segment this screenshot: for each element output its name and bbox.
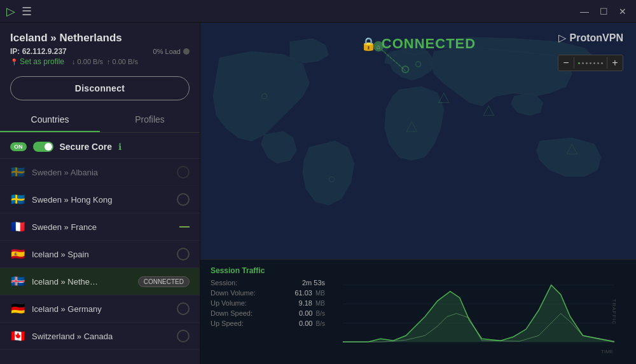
sidebar-tabs: Countries Profiles xyxy=(0,108,200,133)
load-bar xyxy=(177,330,190,342)
window-controls: — ☐ ✕ xyxy=(577,4,630,18)
main-layout: Iceland » Netherlands IP: 62.112.9.237 0… xyxy=(0,23,636,364)
list-item[interactable]: 🇸🇪 Sweden » Hong Kong xyxy=(0,186,200,213)
down-speed-label: Down Speed: xyxy=(211,309,252,317)
set-as-profile-link[interactable]: Set as profile xyxy=(10,57,64,66)
menu-icon[interactable]: ☰ xyxy=(22,4,32,18)
ip-address: 62.112.9.237 xyxy=(22,47,67,56)
proton-text: ProtonVPN xyxy=(570,32,623,44)
up-volume-label: Up Volume: xyxy=(211,299,247,307)
secure-core-toggle[interactable] xyxy=(33,142,53,152)
maximize-button[interactable]: ☐ xyxy=(597,4,611,18)
zoom-dot xyxy=(590,62,591,64)
chart-svg: TIME xyxy=(338,266,626,358)
list-item[interactable]: 🇪🇸 Iceland » Spain xyxy=(0,241,200,268)
server-name: Iceland » Spain xyxy=(32,250,170,259)
traffic-panel: Session Traffic Session: 2m 53s Down Vol… xyxy=(200,259,636,364)
stat-up-speed: Up Speed: 0.00 B/s xyxy=(211,320,325,327)
load-bar xyxy=(177,166,190,179)
zoom-minus-button[interactable]: − xyxy=(558,55,574,71)
list-item[interactable]: 🇸🇪 Sweden » Albania xyxy=(0,159,200,186)
load-bar xyxy=(177,193,190,206)
ip-row: IP: 62.112.9.237 0% Load xyxy=(10,47,190,56)
flag-icon: 🇪🇸 xyxy=(10,247,25,261)
disconnect-button[interactable]: Disconnect xyxy=(10,76,190,100)
stat-session: Session: 2m 53s xyxy=(211,279,325,286)
zoom-dot xyxy=(578,62,580,64)
server-name: Iceland » Nethe… xyxy=(32,277,132,286)
traffic-title: Session Traffic xyxy=(211,266,325,275)
stat-down-volume: Down Volume: 61.03 MB xyxy=(211,289,325,297)
load-indicator: 0% Load xyxy=(153,48,190,55)
list-item[interactable]: 🇨🇦 Switzerland » Canada xyxy=(0,323,200,350)
flag-icon: 🇨🇦 xyxy=(10,329,25,343)
speed-info: ↓ 0.00 B/s ↑ 0.00 B/s xyxy=(72,58,138,65)
list-item[interactable]: 🇫🇷 Sweden » France — xyxy=(0,213,200,241)
server-name: Sweden » Albania xyxy=(32,168,170,177)
minus-indicator: — xyxy=(179,221,190,233)
proton-icon: ▷ xyxy=(558,32,566,44)
tab-profiles[interactable]: Profiles xyxy=(100,108,200,132)
session-label: Session: xyxy=(211,279,237,286)
flag-icon: 🇫🇷 xyxy=(10,220,25,234)
traffic-chart: TIME TRAFFIC xyxy=(338,266,626,358)
flag-icon: 🇩🇪 xyxy=(10,302,25,316)
connected-text: CONNECTED xyxy=(382,36,476,52)
right-panel: 🔒 CONNECTED ▷ ProtonVPN − xyxy=(200,23,636,364)
secure-core-row: ON Secure Core ℹ xyxy=(0,135,200,159)
close-button[interactable]: ✕ xyxy=(616,4,630,18)
stat-up-volume: Up Volume: 9.18 MB xyxy=(211,299,325,307)
zoom-controls: − + xyxy=(558,55,623,71)
title-bar: ▷ ☰ — ☐ ✕ xyxy=(0,0,636,23)
server-list: 🇸🇪 Sweden » Albania 🇸🇪 Sweden » Hong Kon… xyxy=(0,159,200,364)
connected-status: 🔒 CONNECTED xyxy=(361,36,476,52)
connection-header: Iceland » Netherlands IP: 62.112.9.237 0… xyxy=(0,23,200,71)
zoom-dot xyxy=(593,62,595,64)
server-name: Switzerland » Canada xyxy=(32,332,170,341)
flag-icon: 🇮🇸 xyxy=(10,274,25,288)
load-bar xyxy=(177,248,190,260)
server-name: Sweden » France xyxy=(32,222,173,232)
tab-countries[interactable]: Countries xyxy=(0,108,100,132)
list-item-connected[interactable]: 🇮🇸 Iceland » Nethe… CONNECTED xyxy=(0,268,200,295)
load-bar xyxy=(177,302,190,315)
list-item[interactable]: 🇩🇪 Iceland » Germany xyxy=(0,295,200,323)
server-name: Iceland » Germany xyxy=(32,304,170,314)
load-dot xyxy=(183,48,190,55)
up-speed-label: Up Speed: xyxy=(211,320,244,327)
zoom-dot xyxy=(597,62,599,64)
title-bar-left: ▷ ☰ xyxy=(6,4,32,18)
zoom-dots xyxy=(574,62,607,64)
info-icon[interactable]: ℹ xyxy=(118,142,121,152)
session-value: 2m 53s xyxy=(302,279,325,286)
traffic-side-label: TRAFFIC xyxy=(611,299,617,325)
up-speed-value: 0.00 B/s xyxy=(299,320,325,327)
traffic-stats: Session Traffic Session: 2m 53s Down Vol… xyxy=(211,266,325,358)
map-area: 🔒 CONNECTED ▷ ProtonVPN − xyxy=(200,23,636,259)
proton-logo: ▷ ProtonVPN xyxy=(558,32,623,44)
secure-core-label: Secure Core xyxy=(60,142,112,152)
toggle-on-label: ON xyxy=(10,142,27,151)
down-volume-value: 61.03 MB xyxy=(294,289,325,297)
svg-text:TIME: TIME xyxy=(601,349,613,354)
connected-badge: CONNECTED xyxy=(138,276,190,287)
zoom-plus-button[interactable]: + xyxy=(607,55,623,71)
app-logo-icon: ▷ xyxy=(6,4,15,18)
server-name: Iceland » Netherlands xyxy=(10,32,190,44)
stat-down-speed: Down Speed: 0.00 B/s xyxy=(211,309,325,317)
ip-label: IP: 62.112.9.237 xyxy=(10,47,67,56)
down-speed-value: 0.00 B/s xyxy=(299,309,325,317)
profile-row: Set as profile ↓ 0.00 B/s ↑ 0.00 B/s xyxy=(10,57,190,66)
zoom-dot xyxy=(586,62,588,64)
server-name: Sweden » Hong Kong xyxy=(32,195,170,205)
sidebar: Iceland » Netherlands IP: 62.112.9.237 0… xyxy=(0,23,200,364)
flag-icon: 🇸🇪 xyxy=(10,165,25,179)
zoom-dot xyxy=(601,62,603,64)
flag-icon: 🇸🇪 xyxy=(10,192,25,206)
zoom-dot xyxy=(582,62,584,64)
up-volume-value: 9.18 MB xyxy=(299,299,325,307)
minimize-button[interactable]: — xyxy=(577,4,591,18)
lock-icon: 🔒 xyxy=(361,36,377,51)
down-volume-label: Down Volume: xyxy=(211,289,256,297)
